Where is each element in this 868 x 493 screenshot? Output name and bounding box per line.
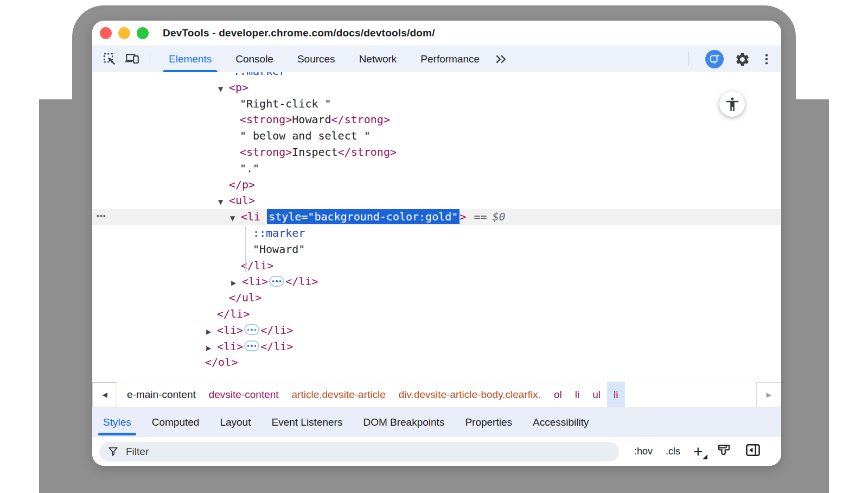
dom-tree-row[interactable]: ::marker: [92, 225, 781, 242]
collapsed-content-pill[interactable]: [244, 324, 259, 335]
token-tag: </p>: [229, 178, 255, 191]
tab-console[interactable]: Console: [224, 46, 285, 72]
collapse-arrow-icon[interactable]: ▼: [218, 194, 229, 211]
breadcrumb-item[interactable]: devsite-content: [202, 382, 285, 407]
dom-tree-row[interactable]: "Right-click ": [92, 96, 781, 112]
tab-sources[interactable]: Sources: [285, 46, 347, 72]
breadcrumb: e-main-contentdevsite-contentarticle.dev…: [117, 382, 625, 407]
token-tag: <li: [241, 210, 260, 223]
dom-tree-row[interactable]: </li>: [92, 258, 781, 274]
breadcrumb-item[interactable]: e-main-content: [120, 382, 202, 407]
dom-tree-row[interactable]: ▼<p>: [92, 80, 781, 96]
dom-tree-row[interactable]: </ol>: [92, 355, 781, 371]
children-indent-guide: [245, 226, 246, 272]
dom-tree-row[interactable]: <strong>Howard</strong>: [92, 112, 781, 128]
token-tag: </strong>: [331, 113, 390, 126]
dom-tree-row[interactable]: </li>: [92, 306, 781, 323]
collapse-arrow-icon[interactable]: ▼: [218, 81, 229, 98]
breadcrumb-scroll-right-button[interactable]: ▶: [756, 382, 781, 407]
devtools-toolbar: ElementsConsoleSourcesNetworkPerformance: [92, 46, 781, 72]
toggle-element-classes-button[interactable]: .cls: [666, 446, 680, 457]
token-tag: </li>: [285, 275, 318, 288]
tab-elements[interactable]: Elements: [157, 46, 224, 72]
dom-tree-row[interactable]: ▶<li></li>: [92, 323, 781, 339]
dom-tree-row[interactable]: "Howard": [92, 242, 781, 258]
expand-arrow-icon[interactable]: ▶: [206, 340, 217, 357]
breadcrumb-item-selected[interactable]: li: [607, 382, 624, 407]
tab-network[interactable]: Network: [347, 46, 409, 72]
panel-tab-styles[interactable]: Styles: [103, 408, 131, 437]
breadcrumb-item[interactable]: article.devsite-article: [285, 382, 392, 407]
rendering-emulation-brush-icon[interactable]: [716, 443, 732, 461]
token-tag: <ul>: [229, 194, 255, 207]
row-context-dots-icon[interactable]: •••: [97, 208, 106, 225]
minimize-window-button[interactable]: [118, 27, 130, 39]
styles-filter-controls: :hov .cls +: [634, 443, 761, 461]
page: DevTools - developer.chrome.com/docs/dev…: [0, 0, 868, 493]
dom-tree-row[interactable]: ::marker: [92, 72, 781, 80]
token-eq: ==: [474, 210, 487, 223]
collapsed-content-pill[interactable]: [269, 276, 284, 287]
toolbar-divider: [150, 52, 150, 66]
expand-arrow-icon[interactable]: ▶: [231, 275, 242, 292]
accessibility-overlay-button[interactable]: [719, 91, 745, 117]
panel-tab-properties[interactable]: Properties: [465, 408, 512, 437]
collapsed-content-pill[interactable]: [244, 340, 259, 351]
token-text: "Howard": [253, 243, 305, 256]
device-toolbar-icon[interactable]: [124, 50, 141, 68]
dom-tree-row[interactable]: " below and select ": [92, 128, 781, 144]
dom-tree-row[interactable]: ▼<ul>: [92, 193, 781, 209]
inspect-element-icon[interactable]: [101, 50, 118, 68]
panel-tab-event-listeners[interactable]: Event Listeners: [271, 408, 342, 437]
filter-funnel-icon: [107, 446, 119, 457]
breadcrumb-item[interactable]: li: [569, 382, 586, 407]
attribute-edit-selection[interactable]: style="background-color:gold": [267, 209, 459, 224]
styles-filter-bar: Filter :hov .cls +: [92, 437, 781, 466]
ai-assistance-icon[interactable]: [705, 50, 724, 68]
dom-tree-row[interactable]: </ul>: [92, 290, 781, 306]
panel-tab-layout[interactable]: Layout: [220, 408, 251, 437]
dom-tree-row[interactable]: ".": [92, 161, 781, 177]
token-tag: </li>: [241, 259, 273, 272]
dom-tree-row[interactable]: <strong>Inspect</strong>: [92, 144, 781, 161]
breadcrumb-item[interactable]: div.devsite-article-body.clearfix.: [392, 382, 547, 407]
token-tag: </li>: [217, 307, 250, 320]
panel-tab-dom-breakpoints[interactable]: DOM Breakpoints: [363, 408, 444, 437]
token-tag: </strong>: [338, 146, 397, 159]
more-tabs-icon[interactable]: [494, 53, 508, 65]
settings-gear-icon[interactable]: [733, 50, 751, 68]
token-text: Inspect: [292, 146, 337, 159]
sidebar-panel-tabs: StylesComputedLayoutEvent ListenersDOM B…: [92, 407, 781, 437]
dom-tree-row[interactable]: </p>: [92, 177, 781, 193]
breadcrumb-item[interactable]: ol: [547, 382, 569, 407]
dom-tree-row[interactable]: ▶<li></li>: [92, 339, 781, 355]
panel-tab-accessibility[interactable]: Accessibility: [533, 408, 589, 437]
toolbar-tabs: ElementsConsoleSourcesNetworkPerformance: [157, 46, 492, 72]
token-text: "Right-click ": [240, 97, 331, 110]
close-window-button[interactable]: [100, 27, 112, 39]
dock-sidebar-toggle-icon[interactable]: [745, 443, 761, 460]
token-tag: <li>: [217, 340, 243, 353]
plus-icon: +: [693, 444, 703, 460]
dom-tree: ::marker▼<p>"Right-click "<strong>Howard…: [92, 72, 781, 371]
panel-tab-computed[interactable]: Computed: [152, 408, 200, 437]
breadcrumb-scroll-left-button[interactable]: ◀: [92, 382, 117, 407]
token-pseudo: ::marker: [233, 72, 285, 78]
styles-filter-input[interactable]: Filter: [99, 442, 619, 462]
zoom-window-button[interactable]: [137, 27, 149, 39]
dom-tree-row-selected[interactable]: •••▼<listyle="background-color:gold">==$…: [92, 209, 781, 225]
more-options-kebab-icon[interactable]: [761, 50, 773, 68]
collapse-arrow-icon[interactable]: ▼: [230, 211, 241, 227]
token-text: Howard: [292, 113, 331, 126]
dom-tree-row[interactable]: ▶<li></li>: [92, 274, 781, 290]
token-tag: >: [459, 210, 466, 223]
expand-arrow-icon[interactable]: ▶: [206, 324, 217, 340]
breadcrumb-bar: ◀ e-main-contentdevsite-contentarticle.d…: [92, 382, 781, 407]
token-pseudo: ::marker: [253, 226, 305, 239]
new-style-rule-button[interactable]: +: [693, 444, 703, 460]
tab-performance[interactable]: Performance: [409, 46, 492, 72]
window-title: DevTools - developer.chrome.com/docs/dev…: [163, 27, 435, 39]
token-tag: </li>: [260, 340, 293, 353]
breadcrumb-item[interactable]: ul: [586, 382, 607, 407]
toggle-pseudo-state-button[interactable]: :hov: [634, 446, 653, 457]
